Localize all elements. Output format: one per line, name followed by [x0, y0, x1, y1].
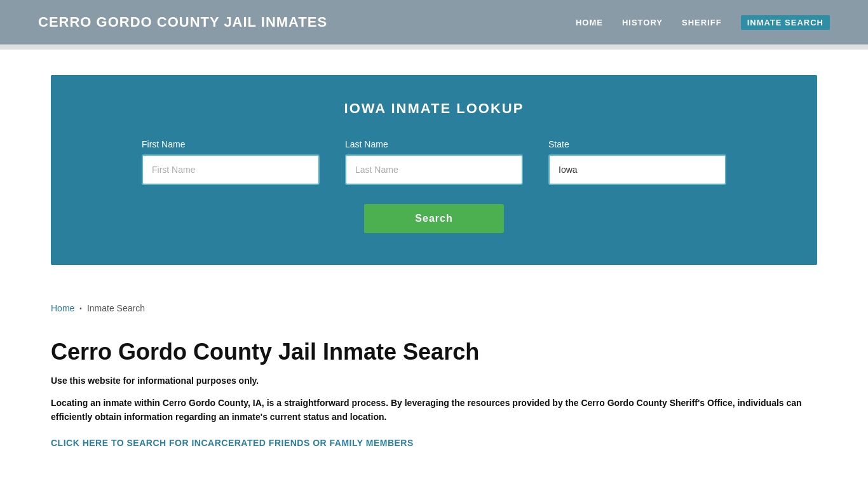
first-name-label: First Name — [142, 139, 320, 149]
first-name-group: First Name — [142, 139, 320, 185]
search-fields-container: First Name Last Name State — [89, 139, 779, 185]
first-name-input[interactable] — [142, 154, 320, 185]
search-button-container: Search — [89, 204, 779, 233]
info-bold-text: Use this website for informational purpo… — [51, 376, 817, 386]
state-input[interactable] — [548, 154, 726, 185]
last-name-group: Last Name — [345, 139, 523, 185]
nav-inmate-search[interactable]: INMATE SEARCH — [741, 15, 830, 30]
nav-sheriff[interactable]: SHERIFF — [682, 18, 722, 27]
last-name-label: Last Name — [345, 139, 523, 149]
breadcrumb-separator: • — [79, 305, 82, 312]
header: CERRO GORDO COUNTY JAIL INMATES HOME HIS… — [0, 0, 868, 44]
main-nav: HOME HISTORY SHERIFF INMATE SEARCH — [576, 15, 830, 30]
header-bottom-bar — [0, 44, 868, 50]
last-name-input[interactable] — [345, 154, 523, 185]
click-here-link[interactable]: CLICK HERE to Search for Incarcerated Fr… — [51, 438, 414, 448]
page-title: Cerro Gordo County Jail Inmate Search — [51, 339, 817, 365]
search-panel: IOWA INMATE LOOKUP First Name Last Name … — [51, 75, 817, 265]
main-content: Cerro Gordo County Jail Inmate Search Us… — [0, 326, 868, 487]
breadcrumb-current: Inmate Search — [87, 303, 145, 313]
search-button[interactable]: Search — [364, 204, 503, 233]
breadcrumb-home-link[interactable]: Home — [51, 303, 74, 313]
breadcrumb: Home • Inmate Search — [0, 290, 868, 326]
nav-home[interactable]: HOME — [576, 18, 603, 27]
info-paragraph: Locating an inmate within Cerro Gordo Co… — [51, 396, 817, 424]
nav-history[interactable]: HISTORY — [622, 18, 663, 27]
search-panel-title: IOWA INMATE LOOKUP — [89, 100, 779, 117]
site-title: CERRO GORDO COUNTY JAIL INMATES — [38, 14, 327, 30]
state-label: State — [548, 139, 726, 149]
state-group: State — [548, 139, 726, 185]
